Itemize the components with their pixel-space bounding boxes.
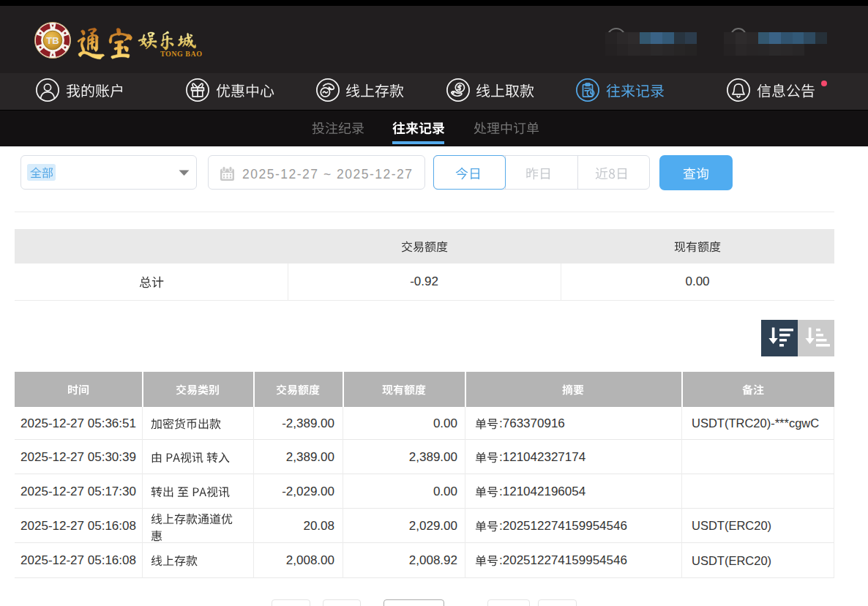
svg-text:TB: TB (46, 35, 59, 46)
svg-text:TONG BAO: TONG BAO (160, 50, 202, 58)
